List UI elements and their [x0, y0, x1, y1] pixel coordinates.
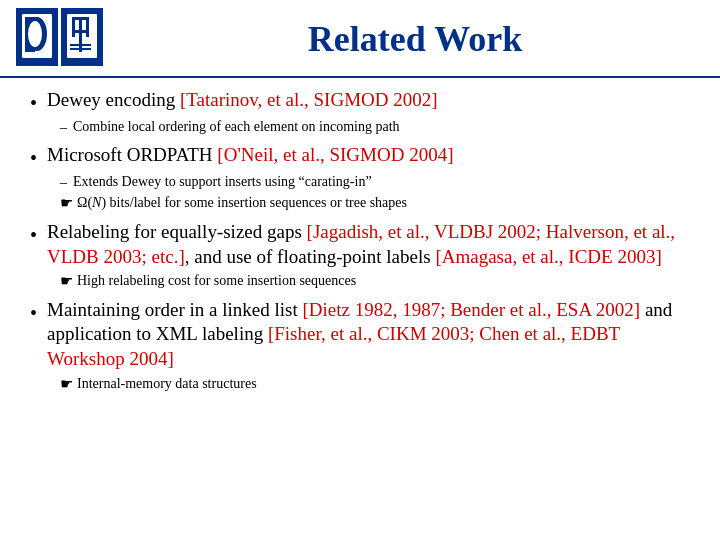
svg-rect-12: [72, 17, 89, 20]
bullet-text-2: Microsoft ORDPATH [O'Neil, et al., SIGMO…: [47, 143, 453, 168]
bullet-item-4: • Maintaining order in a linked list [Di…: [30, 298, 690, 395]
bullet3-ref2: [Amagasa, et al., ICDE 2003]: [435, 246, 661, 267]
sub-text-2-2: Ω(N) bits/label for some insertion seque…: [77, 194, 407, 212]
svg-rect-15: [70, 48, 91, 50]
bullet1-subitems: – Combine local ordering of each element…: [60, 118, 690, 137]
svg-rect-9: [79, 17, 82, 52]
bullet4-subitems: ☛ Internal-memory data structures: [60, 374, 690, 395]
svg-rect-13: [72, 30, 89, 33]
bullet2-subitems: – Extends Dewey to support inserts using…: [60, 173, 690, 214]
sub-item-4-1: ☛ Internal-memory data structures: [60, 375, 690, 395]
bullet-text-1: Dewey encoding [Tatarinov, et al., SIGMO…: [47, 88, 438, 113]
slide-title: Related Work: [126, 18, 704, 60]
bullet4-ref2: [Fisher, et al., CIKM 2003; Chen et al.,…: [47, 323, 620, 369]
content: • Dewey encoding [Tatarinov, et al., SIG…: [0, 78, 720, 540]
bullet-dot-4: •: [30, 300, 37, 326]
title-area: Related Work: [126, 18, 704, 60]
svg-point-6: [28, 21, 42, 47]
bullet-text-4: Maintaining order in a linked list [Diet…: [47, 298, 690, 372]
bullet-text-3: Relabeling for equally-sized gaps [Jagad…: [47, 220, 690, 269]
svg-rect-14: [70, 44, 91, 46]
dash-icon: –: [60, 119, 67, 137]
sub-item-2-2: ☛ Ω(N) bits/label for some insertion seq…: [60, 194, 690, 214]
bullet-dot-3: •: [30, 222, 37, 248]
duke-logo-icon: [16, 8, 106, 66]
bullet-dot-1: •: [30, 90, 37, 116]
sub-text-4-1: Internal-memory data structures: [77, 375, 257, 393]
dash-icon-2: –: [60, 174, 67, 192]
finger-icon-2: ☛: [60, 194, 73, 214]
bullet2-ref: [O'Neil, et al., SIGMOD 2004]: [217, 144, 453, 165]
sub-text-3-1: High relabeling cost for some insertion …: [77, 272, 356, 290]
slide: Related Work • Dewey encoding [Tatarinov…: [0, 0, 720, 540]
sub-item-1-1: – Combine local ordering of each element…: [60, 118, 690, 137]
sub-item-3-1: ☛ High relabeling cost for some insertio…: [60, 272, 690, 292]
sub-text-1-1: Combine local ordering of each element o…: [73, 118, 400, 136]
sub-text-2-1: Extends Dewey to support inserts using “…: [73, 173, 372, 191]
logo-area: [16, 8, 126, 70]
bullet4-ref1: [Dietz 1982, 1987; Bender et al., ESA 20…: [302, 299, 640, 320]
sub-item-2-1: – Extends Dewey to support inserts using…: [60, 173, 690, 192]
header: Related Work: [0, 0, 720, 78]
bullet1-ref: [Tatarinov, et al., SIGMOD 2002]: [180, 89, 438, 110]
bullet-dot-2: •: [30, 145, 37, 171]
bullet-item-3: • Relabeling for equally-sized gaps [Jag…: [30, 220, 690, 292]
finger-icon-4: ☛: [60, 375, 73, 395]
finger-icon-3: ☛: [60, 272, 73, 292]
bullet-item-1: • Dewey encoding [Tatarinov, et al., SIG…: [30, 88, 690, 137]
bullet-item-2: • Microsoft ORDPATH [O'Neil, et al., SIG…: [30, 143, 690, 214]
bullet3-subitems: ☛ High relabeling cost for some insertio…: [60, 271, 690, 292]
